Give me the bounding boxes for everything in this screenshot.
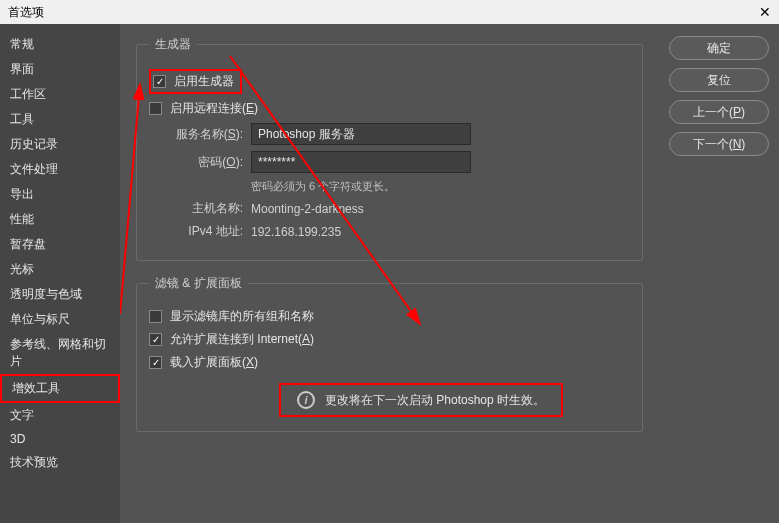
sidebar-item-filehandling[interactable]: 文件处理 xyxy=(0,157,120,182)
password-hint: 密码必须为 6 个字符或更长。 xyxy=(251,179,630,194)
sidebar-item-interface[interactable]: 界面 xyxy=(0,57,120,82)
filters-group: 滤镜 & 扩展面板 显示滤镜库的所有组和名称 允许扩展连接到 Internet(… xyxy=(136,275,643,432)
sidebar-item-tools[interactable]: 工具 xyxy=(0,107,120,132)
sidebar-item-guides[interactable]: 参考线、网格和切片 xyxy=(0,332,120,374)
service-name-input[interactable] xyxy=(251,123,471,145)
sidebar-item-units[interactable]: 单位与标尺 xyxy=(0,307,120,332)
generator-group: 生成器 启用生成器 启用远程连接(E) 服务名称(S): 密码(O): 密码必须… xyxy=(136,36,643,261)
enable-generator-label: 启用生成器 xyxy=(174,73,234,90)
load-extension-panels-label: 载入扩展面板(X) xyxy=(170,354,258,371)
remote-connection-label: 启用远程连接(E) xyxy=(170,100,258,117)
restart-notice-text: 更改将在下一次启动 Photoshop 时生效。 xyxy=(325,392,545,409)
filters-legend: 滤镜 & 扩展面板 xyxy=(149,275,248,292)
enable-generator-checkbox[interactable] xyxy=(153,75,166,88)
sidebar-item-history[interactable]: 历史记录 xyxy=(0,132,120,157)
service-name-label: 服务名称(S): xyxy=(149,126,243,143)
password-label: 密码(O): xyxy=(149,154,243,171)
main-panel: 生成器 启用生成器 启用远程连接(E) 服务名称(S): 密码(O): 密码必须… xyxy=(120,24,659,523)
remote-connection-checkbox[interactable] xyxy=(149,102,162,115)
host-value: Moonting-2-darkness xyxy=(251,202,364,216)
titlebar: 首选项 ✕ xyxy=(0,0,779,24)
allow-extensions-internet-label: 允许扩展连接到 Internet(A) xyxy=(170,331,314,348)
info-icon: i xyxy=(297,391,315,409)
ip-label: IPv4 地址: xyxy=(149,223,243,240)
sidebar: 常规 界面 工作区 工具 历史记录 文件处理 导出 性能 暂存盘 光标 透明度与… xyxy=(0,24,120,523)
window-title: 首选项 xyxy=(8,4,44,21)
show-all-filters-label: 显示滤镜库的所有组和名称 xyxy=(170,308,314,325)
restart-notice: i 更改将在下一次启动 Photoshop 时生效。 xyxy=(279,383,563,417)
password-input[interactable] xyxy=(251,151,471,173)
sidebar-item-performance[interactable]: 性能 xyxy=(0,207,120,232)
sidebar-item-3d[interactable]: 3D xyxy=(0,428,120,450)
sidebar-item-transparency[interactable]: 透明度与色域 xyxy=(0,282,120,307)
sidebar-item-scratch[interactable]: 暂存盘 xyxy=(0,232,120,257)
host-label: 主机名称: xyxy=(149,200,243,217)
allow-extensions-internet-checkbox[interactable] xyxy=(149,333,162,346)
close-icon[interactable]: ✕ xyxy=(759,4,771,20)
load-extension-panels-checkbox[interactable] xyxy=(149,356,162,369)
show-all-filters-checkbox[interactable] xyxy=(149,310,162,323)
sidebar-item-type[interactable]: 文字 xyxy=(0,403,120,428)
prev-button[interactable]: 上一个(P) xyxy=(669,100,769,124)
ok-button[interactable]: 确定 xyxy=(669,36,769,60)
sidebar-item-general[interactable]: 常规 xyxy=(0,32,120,57)
sidebar-item-cursors[interactable]: 光标 xyxy=(0,257,120,282)
button-column: 确定 复位 上一个(P) 下一个(N) xyxy=(659,24,779,523)
sidebar-item-techpreview[interactable]: 技术预览 xyxy=(0,450,120,475)
next-button[interactable]: 下一个(N) xyxy=(669,132,769,156)
sidebar-item-export[interactable]: 导出 xyxy=(0,182,120,207)
ip-value: 192.168.199.235 xyxy=(251,225,341,239)
generator-legend: 生成器 xyxy=(149,36,197,53)
sidebar-item-workspace[interactable]: 工作区 xyxy=(0,82,120,107)
sidebar-item-plugins[interactable]: 增效工具 xyxy=(0,374,120,403)
reset-button[interactable]: 复位 xyxy=(669,68,769,92)
